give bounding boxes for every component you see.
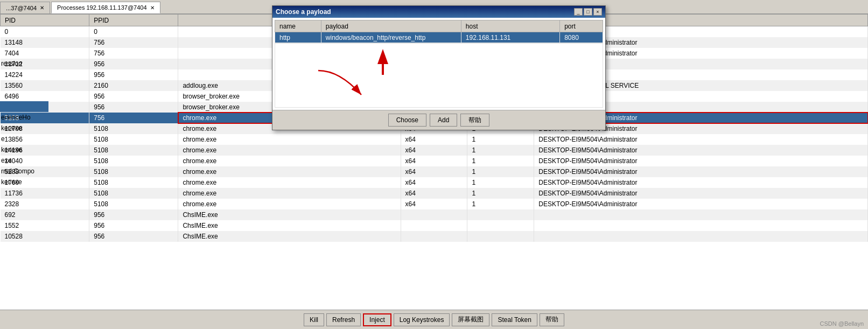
table-row[interactable]: 10528956ChsIME.exe [1, 231, 868, 242]
table-row[interactable]: 140405108chrome.exex641DESKTOP-EI9M504\A… [1, 156, 868, 166]
table-row[interactable]: 1552956ChsIME.exe [1, 220, 868, 231]
payload-payload-cell: windows/beacon_http/reverse_http [321, 32, 461, 43]
tab-1-close[interactable]: ✕ [40, 5, 44, 11]
dialog-close-button[interactable]: × [593, 8, 602, 16]
payload-port-cell: 8080 [560, 32, 603, 43]
payload-name-cell: http [275, 32, 321, 43]
dialog-title: Choose a payload [276, 8, 331, 16]
dialog-controls: _ □ × [574, 8, 602, 16]
table-row[interactable]: 692956ChsIME.exe [1, 209, 868, 220]
help-button-main[interactable]: 帮助 [540, 313, 564, 326]
choose-payload-dialog[interactable]: Choose a payload _ □ × name payload host [272, 5, 606, 130]
log-keystrokes-button[interactable]: Log Keystrokes [394, 313, 450, 326]
dialog-minimize-button[interactable]: _ [574, 8, 583, 16]
help-button-dialog[interactable]: 帮助 [460, 114, 489, 127]
payload-empty-area [275, 43, 603, 108]
table-row[interactable]: 141965108chrome.exex641DESKTOP-EI9M504\A… [1, 145, 868, 156]
refresh-button[interactable]: Refresh [326, 313, 361, 326]
payload-table-header: name payload host port [275, 20, 603, 32]
payload-col-host: host [461, 20, 559, 32]
table-row[interactable]: 52885108chrome.exex641DESKTOP-EI9M504\Ad… [1, 166, 868, 177]
tab-1-label: ...37@7404 [6, 5, 37, 11]
dialog-titlebar: Choose a payload _ □ × [272, 6, 605, 18]
table-row[interactable]: 17605108chrome.exex641DESKTOP-EI9M504\Ad… [1, 177, 868, 188]
col-pid: PID [1, 15, 89, 26]
watermark: CSDN @Bellayn [820, 320, 864, 327]
steal-token-button[interactable]: Steal Token [492, 313, 537, 326]
payload-table: name payload host port http windows/beac… [275, 20, 603, 43]
choose-button[interactable]: Choose [388, 114, 426, 127]
tab-2-label: Processes 192.168.11.137@7404 [57, 4, 147, 11]
payload-row-http[interactable]: http windows/beacon_http/reverse_http 19… [275, 32, 603, 43]
dialog-footer: Choose Add 帮助 [272, 110, 605, 130]
inject-button[interactable]: Inject [363, 313, 391, 326]
payload-host-cell: 192.168.11.131 [461, 32, 559, 43]
kill-button[interactable]: Kill [304, 313, 324, 326]
tab-1[interactable]: ...37@7404 ✕ [0, 2, 50, 13]
col-ppid: PPID [89, 15, 178, 26]
add-button[interactable]: Add [430, 114, 457, 127]
tab-2[interactable]: Processes 192.168.11.137@7404 ✕ [51, 2, 160, 13]
payload-col-payload: payload [321, 20, 461, 32]
screenshot-button[interactable]: 屏幕截图 [452, 313, 489, 326]
table-row[interactable]: 117365108chrome.exex641DESKTOP-EI9M504\A… [1, 188, 868, 199]
bottom-toolbar: Kill Refresh Inject Log Keystrokes 屏幕截图 … [0, 310, 868, 329]
payload-col-name: name [275, 20, 321, 32]
table-row[interactable]: 138565108chrome.exex641DESKTOP-EI9M504\A… [1, 134, 868, 145]
tab-2-close[interactable]: ✕ [150, 5, 155, 11]
table-row[interactable]: 23285108chrome.exex641DESKTOP-EI9M504\Ad… [1, 199, 868, 209]
dialog-maximize-button[interactable]: □ [584, 8, 592, 16]
payload-col-port: port [560, 20, 603, 32]
main-area: ...37@7404 ✕ Processes 192.168.11.137@74… [0, 0, 868, 329]
